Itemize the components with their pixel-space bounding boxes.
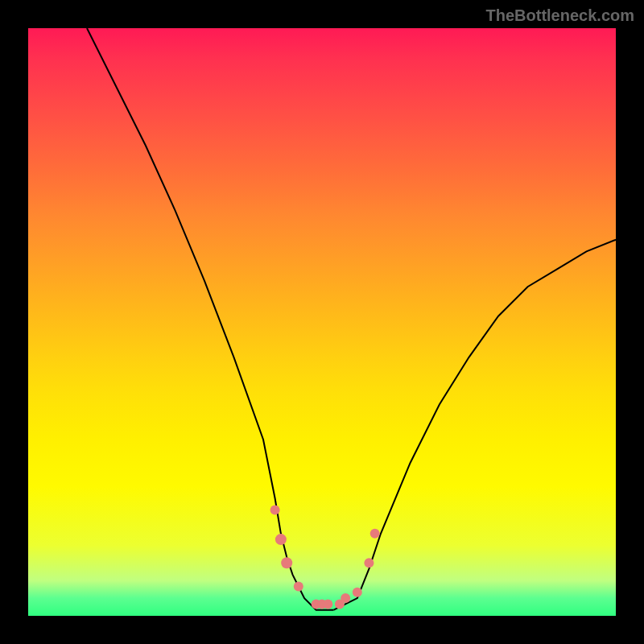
data-marker [281, 557, 292, 568]
data-marker [294, 582, 303, 592]
data-marker [270, 506, 280, 515]
data-marker [370, 529, 380, 539]
data-marker [323, 599, 332, 609]
chart-container: TheBottleneck.com [0, 0, 644, 644]
data-marker [275, 534, 287, 545]
data-marker [364, 558, 374, 568]
curve-group [87, 28, 616, 610]
left-curve [87, 28, 334, 610]
chart-svg [28, 28, 616, 616]
data-marker [341, 593, 350, 603]
data-marker [353, 588, 362, 597]
watermark-text: TheBottleneck.com [486, 6, 634, 25]
right-curve [334, 240, 616, 610]
